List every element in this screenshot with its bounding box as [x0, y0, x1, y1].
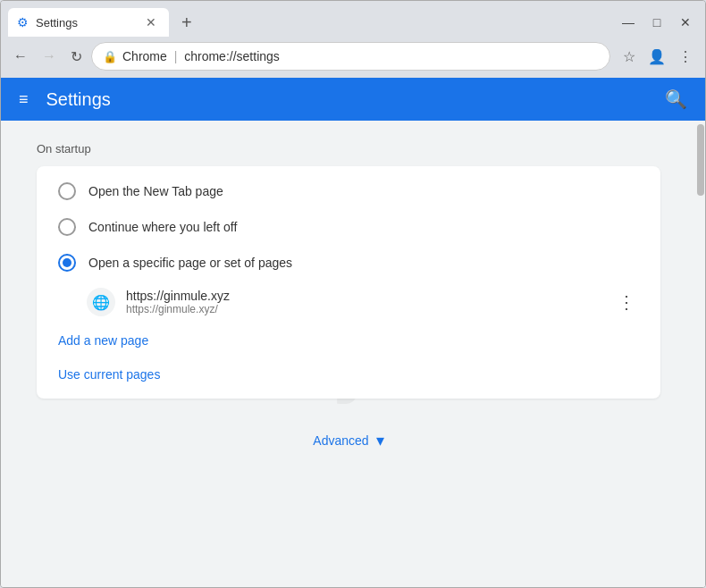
maximize-button[interactable]: □ — [644, 13, 669, 32]
minimize-button[interactable]: — — [616, 13, 641, 32]
separator: | — [171, 49, 181, 63]
chrome-menu-button[interactable]: ⋮ — [673, 45, 698, 69]
add-page-row: Add a new page — [37, 323, 660, 357]
address-bar[interactable]: 🔒 Chrome | chrome://settings — [91, 42, 610, 71]
nav-bar: ← → ↻ 🔒 Chrome | chrome://settings ☆ 👤 ⋮ — [1, 38, 705, 78]
scrollbar-thumb[interactable] — [697, 124, 704, 196]
main-content: hjc On startup Open the New Tab page Con… — [1, 121, 696, 587]
settings-header: ≡ Settings 🔍 — [1, 78, 705, 121]
nav-icons: ☆ 👤 ⋮ — [618, 45, 698, 69]
radio-label-new-tab: Open the New Tab page — [88, 184, 223, 198]
bookmark-button[interactable]: ☆ — [618, 45, 641, 69]
scrollbar-track[interactable] — [696, 121, 705, 587]
startup-options-card: Open the New Tab page Continue where you… — [37, 166, 660, 399]
radio-circle-specific — [58, 254, 76, 272]
advanced-label: Advanced — [313, 433, 368, 448]
new-tab-button[interactable]: + — [174, 9, 199, 37]
url-info: https://ginmule.xyz https://ginmule.xyz/ — [126, 289, 603, 315]
account-button[interactable]: 👤 — [643, 45, 671, 69]
use-current-row: Use current pages — [37, 357, 660, 391]
url-entry[interactable]: 🌐 https://ginmule.xyz https://ginmule.xy… — [37, 281, 660, 323]
radio-option-continue[interactable]: Continue where you left off — [37, 209, 660, 245]
forward-button[interactable]: → — [37, 45, 62, 68]
address-favicon: 🔒 — [103, 50, 117, 63]
chevron-down-icon: ▾ — [376, 431, 384, 450]
use-current-pages-button[interactable]: Use current pages — [58, 367, 160, 382]
settings-page-title: Settings — [46, 89, 661, 110]
advanced-row[interactable]: Advanced ▾ — [37, 416, 660, 465]
back-button[interactable]: ← — [8, 45, 33, 68]
url-text: chrome://settings — [184, 49, 280, 63]
add-new-page-button[interactable]: Add a new page — [58, 333, 148, 348]
radio-label-continue: Continue where you left off — [88, 220, 237, 234]
settings-search-icon[interactable]: 🔍 — [661, 85, 691, 113]
radio-circle-continue — [58, 218, 76, 236]
radio-circle-new-tab — [58, 182, 76, 200]
radio-option-new-tab[interactable]: Open the New Tab page — [37, 173, 660, 209]
reload-button[interactable]: ↻ — [65, 45, 88, 69]
tab-title: Settings — [36, 16, 135, 29]
url-title: https://ginmule.xyz — [126, 289, 603, 303]
title-bar: ⚙ Settings ✕ + — □ ✕ — [1, 1, 705, 38]
section-title: On startup — [37, 142, 660, 155]
radio-inner-specific — [63, 258, 71, 267]
browser-frame: ⚙ Settings ✕ + — □ ✕ ← → ↻ 🔒 Chrome | ch… — [0, 0, 706, 588]
radio-label-specific: Open a specific page or set of pages — [88, 256, 292, 270]
active-tab[interactable]: ⚙ Settings ✕ — [8, 8, 169, 37]
url-subtitle: https://ginmule.xyz/ — [126, 303, 603, 315]
tab-favicon: ⚙ — [17, 15, 29, 29]
address-text: Chrome | chrome://settings — [122, 49, 599, 63]
url-more-icon[interactable]: ⋮ — [614, 288, 639, 316]
content-area: hjc On startup Open the New Tab page Con… — [1, 121, 705, 587]
site-name: Chrome — [122, 49, 167, 63]
radio-option-specific[interactable]: Open a specific page or set of pages — [37, 245, 660, 281]
tab-close-button[interactable]: ✕ — [142, 13, 160, 31]
window-controls: — □ ✕ — [616, 13, 698, 32]
close-button[interactable]: ✕ — [673, 13, 698, 32]
hamburger-menu[interactable]: ≡ — [15, 87, 32, 113]
site-icon: 🌐 — [87, 288, 115, 316]
